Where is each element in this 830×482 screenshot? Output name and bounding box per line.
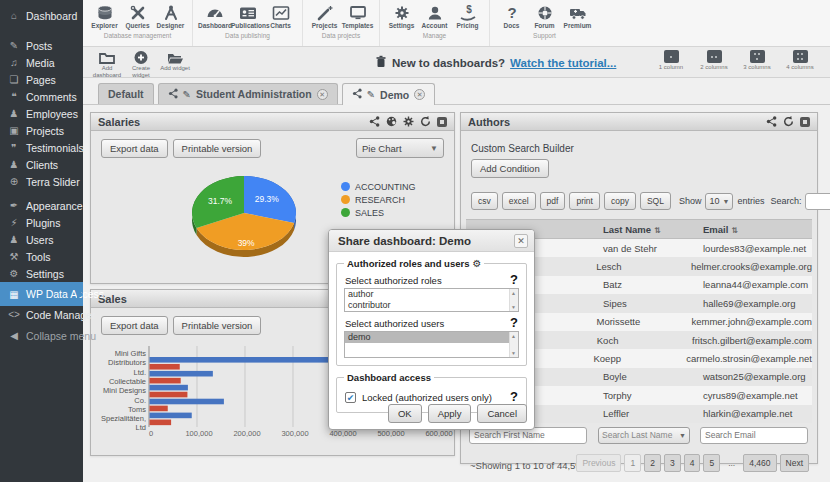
toolbar-item-forum[interactable]: Forum	[528, 3, 561, 29]
share-icon[interactable]	[168, 88, 178, 101]
last-name-column-header[interactable]: Last Name⇅	[598, 224, 698, 235]
sidebar-item-comments[interactable]: ❝Comments	[0, 88, 83, 105]
pagination-page-3[interactable]: 3	[664, 454, 681, 472]
dialog-header[interactable]: Share dashboard: Demo ✕	[329, 230, 534, 252]
gear-icon[interactable]	[403, 116, 414, 127]
scroll-up-icon[interactable]: ▲	[511, 333, 516, 339]
cancel-button[interactable]: Cancel	[477, 404, 527, 423]
tab-demo[interactable]: ✎ Demo ✕	[342, 83, 436, 105]
printable-version-button[interactable]: Printable version	[173, 316, 262, 335]
toolbar-item-projects[interactable]: Projects	[308, 3, 341, 29]
export-print-button[interactable]: print	[569, 192, 600, 210]
sidebar-item-terra-slider[interactable]: ⊕Terra Slider	[0, 173, 83, 190]
sidebar-item-pages[interactable]: ❏Pages	[0, 71, 83, 88]
search-email-input[interactable]	[700, 427, 808, 444]
sidebar-item-media[interactable]: ♫Media	[0, 54, 83, 71]
scroll-down-icon[interactable]: ▼	[511, 350, 516, 356]
sidebar-item-collapse-menu[interactable]: ◀Collapse menu	[0, 327, 83, 344]
toolbar-item-account[interactable]: Account	[418, 3, 451, 29]
export-excel-button[interactable]: excel	[502, 192, 536, 210]
pagination-page-2[interactable]: 2	[644, 454, 661, 472]
toolbar-item-publications[interactable]: Publications	[231, 3, 264, 29]
layout-2-columns-button[interactable]: 2 columns	[696, 50, 732, 71]
scrollbar[interactable]: ▲▼	[509, 332, 518, 357]
sidebar-item-appearance[interactable]: ✒Appearance	[0, 197, 83, 214]
sidebar-item-employees[interactable]: ♟Employees	[0, 105, 83, 122]
role-option-contributor[interactable]: contributor	[345, 300, 509, 311]
toolbar-item-explorer[interactable]: Explorer	[88, 3, 121, 29]
layout-4-columns-button[interactable]: 4 columns	[782, 50, 818, 71]
toolbar-item-designer[interactable]: Designer	[154, 3, 187, 29]
refresh-icon[interactable]	[783, 116, 794, 127]
export-copy-button[interactable]: copy	[604, 192, 636, 210]
edit-icon[interactable]: ✎	[367, 89, 375, 100]
pagination-page-4[interactable]: 4	[684, 454, 701, 472]
export-data-button[interactable]: Export data	[101, 139, 168, 158]
authorized-users-listbox[interactable]: demo ▲▼	[344, 331, 519, 358]
close-tab-icon[interactable]: ✕	[317, 89, 328, 100]
sidebar-item-settings[interactable]: ⚙Settings	[0, 265, 83, 282]
toolbar-item-templates[interactable]: Templates	[341, 3, 374, 29]
sidebar-item-testimonials[interactable]: ❞Testimonials	[0, 139, 83, 156]
printable-version-button[interactable]: Printable version	[173, 139, 262, 158]
toolbar-item-queries[interactable]: Queries	[121, 3, 154, 29]
tab-student-administration[interactable]: ✎ Student Administration ✕	[158, 83, 338, 104]
gear-icon[interactable]: ⚙	[472, 258, 481, 269]
edit-icon[interactable]: ✎	[183, 89, 191, 100]
help-icon[interactable]: ?	[510, 317, 518, 329]
sidebar-item-projects[interactable]: ▣Projects	[0, 122, 83, 139]
sidebar-item-users[interactable]: ♟Users	[0, 231, 83, 248]
tab-default[interactable]: Default	[98, 83, 154, 104]
apply-button[interactable]: Apply	[428, 404, 472, 423]
help-icon[interactable]: ?	[510, 391, 518, 403]
toolbar-item-premium[interactable]: Premium	[561, 3, 594, 29]
search-last-name-select[interactable]: Search Last Name▼	[598, 427, 690, 444]
close-tab-icon[interactable]: ✕	[414, 89, 425, 100]
pagination-next[interactable]: Next	[780, 454, 809, 472]
layout-1-column-button[interactable]: 1 column	[653, 50, 689, 71]
collapse-icon[interactable]	[437, 117, 447, 127]
toolbar-item-dashboard[interactable]: Dashboard	[198, 3, 231, 29]
user-option-demo[interactable]: demo	[345, 332, 509, 343]
pagination-page-last[interactable]: 4,460	[743, 454, 776, 472]
sidebar-item-tools[interactable]: ⚒Tools	[0, 248, 83, 265]
pagination-page-5[interactable]: 5	[703, 454, 720, 472]
trash-icon[interactable]	[375, 55, 387, 70]
share-icon[interactable]	[766, 116, 777, 127]
scroll-down-icon[interactable]: ▼	[511, 304, 516, 310]
add-dashboard-button[interactable]: Add dashboard	[90, 49, 124, 79]
scroll-up-icon[interactable]: ▲	[511, 290, 516, 296]
add-condition-button[interactable]: Add Condition	[471, 159, 549, 178]
toolbar-item-settings[interactable]: Settings	[385, 3, 418, 29]
sidebar-item-code-manager[interactable]: <>Code Manager	[0, 306, 83, 323]
sidebar-item-wp-data-access[interactable]: ▦WP Data Access	[0, 282, 83, 306]
authorized-roles-listbox[interactable]: author contributor ▲▼	[344, 288, 519, 312]
collapse-icon[interactable]	[800, 117, 810, 127]
share-icon[interactable]	[369, 116, 380, 127]
help-icon[interactable]: ?	[510, 274, 518, 286]
refresh-icon[interactable]	[420, 116, 431, 127]
export-sql-button[interactable]: SQL	[640, 192, 671, 210]
watch-tutorial-link[interactable]: Watch the tutorial...	[510, 57, 616, 69]
page-length-select[interactable]: 10▼	[705, 193, 733, 210]
scrollbar[interactable]: ▲▼	[509, 289, 518, 311]
sidebar-item-clients[interactable]: ♟Clients	[0, 156, 83, 173]
share-icon[interactable]	[352, 88, 362, 101]
layout-3-columns-button[interactable]: 3 columns	[739, 50, 775, 71]
pagination-previous[interactable]: Previous	[576, 454, 621, 472]
sidebar-item-dashboard[interactable]: ⌂Dashboard	[0, 7, 83, 24]
table-search-input[interactable]	[805, 193, 830, 210]
add-widget-button[interactable]: Add widget	[158, 49, 192, 79]
toolbar-item-charts[interactable]: Charts	[264, 3, 297, 29]
palette-icon[interactable]	[386, 116, 397, 127]
export-csv-button[interactable]: csv	[471, 192, 498, 210]
toolbar-item-pricing[interactable]: $Pricing	[451, 3, 484, 29]
create-widget-button[interactable]: Create widget	[124, 49, 158, 79]
close-icon[interactable]: ✕	[514, 234, 528, 248]
export-pdf-button[interactable]: pdf	[540, 192, 566, 210]
export-data-button[interactable]: Export data	[101, 316, 168, 335]
role-option-author[interactable]: author	[345, 289, 509, 300]
ok-button[interactable]: OK	[388, 404, 422, 423]
sidebar-item-posts[interactable]: ✎Posts	[0, 37, 83, 54]
email-column-header[interactable]: Email⇅	[698, 224, 812, 235]
